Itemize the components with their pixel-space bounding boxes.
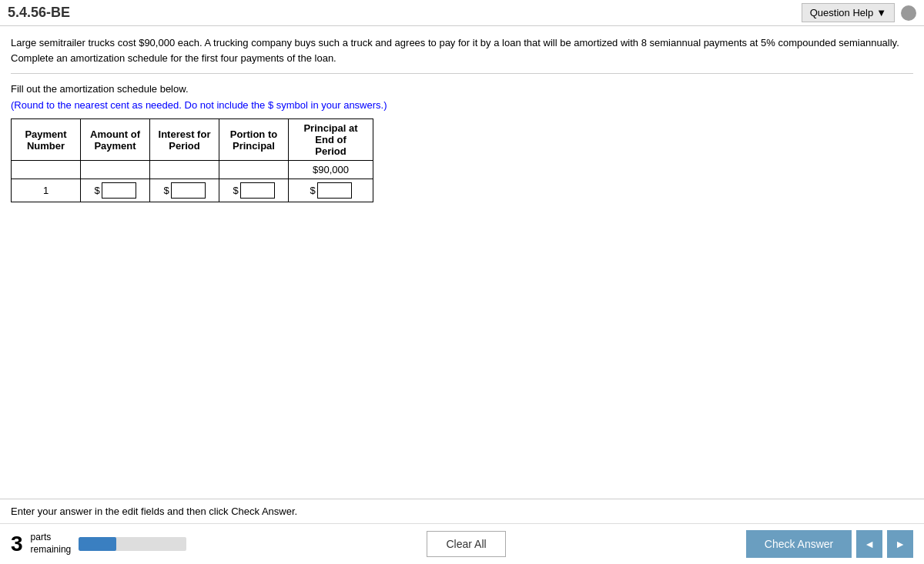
- round-note: (Round to the nearest cent as needed. Do…: [11, 99, 913, 111]
- col-header-payment-number: PaymentNumber: [12, 119, 81, 161]
- row1-amount-cell: $: [81, 179, 150, 202]
- row1-principal-dollar: $: [310, 185, 315, 196]
- question-help-label: Question Help: [810, 7, 873, 18]
- row1-amount-input[interactable]: [102, 182, 136, 199]
- nav-next-button[interactable]: ►: [887, 530, 913, 558]
- top-bar: 5.4.56-BE Question Help ▼: [0, 0, 924, 26]
- row1-principal-input-group: $: [295, 182, 367, 199]
- gear-icon[interactable]: [901, 5, 916, 21]
- row1-portion-input[interactable]: [240, 182, 275, 199]
- progress-bar-container: [79, 537, 186, 551]
- initial-payment-num: [12, 161, 81, 179]
- parts-info: 3 parts remaining: [11, 532, 186, 556]
- parts-number: 3: [11, 533, 23, 555]
- parts-label-line2: remaining: [31, 544, 72, 556]
- col-header-amount-of-payment: Amount ofPayment: [81, 119, 150, 161]
- initial-amount: [81, 161, 150, 179]
- row1-amount-dollar: $: [94, 185, 99, 196]
- footer-center: Clear All: [427, 531, 505, 557]
- status-text: Enter your answer in the edit fields and…: [11, 506, 297, 517]
- row1-portion-dollar: $: [233, 185, 238, 196]
- row1-interest-input-group: $: [156, 182, 213, 199]
- row1-portion-input-group: $: [226, 182, 282, 199]
- table-row: 1 $ $ $: [12, 179, 373, 202]
- row1-interest-dollar: $: [163, 185, 169, 196]
- status-bar: Enter your answer in the edit fields and…: [0, 499, 924, 523]
- col-header-portion-to-principal: Portion toPrincipal: [219, 119, 289, 161]
- table-header-row: PaymentNumber Amount ofPayment Interest …: [12, 119, 373, 161]
- problem-text: Large semitrailer trucks cost $90,000 ea…: [11, 35, 913, 74]
- row1-portion-cell: $: [219, 179, 289, 202]
- progress-bar-fill: [79, 537, 116, 551]
- initial-principal-value: $90,000: [289, 161, 373, 179]
- top-right-controls: Question Help ▼: [802, 3, 916, 22]
- row1-payment-number: 1: [12, 179, 81, 202]
- main-content: Large semitrailer trucks cost $90,000 ea…: [0, 26, 924, 499]
- question-help-button[interactable]: Question Help ▼: [802, 3, 895, 22]
- initial-principal-row: $90,000: [12, 161, 373, 179]
- problem-id: 5.4.56-BE: [8, 5, 70, 21]
- row1-interest-cell: $: [150, 179, 219, 202]
- col-header-interest-for-period: Interest forPeriod: [150, 119, 219, 161]
- row1-amount-input-group: $: [87, 182, 143, 199]
- check-answer-button[interactable]: Check Answer: [746, 530, 852, 558]
- parts-label-line1: parts: [31, 532, 72, 544]
- amortization-table: PaymentNumber Amount ofPayment Interest …: [11, 118, 373, 202]
- row1-principal-cell: $: [289, 179, 373, 202]
- nav-prev-button[interactable]: ◄: [856, 530, 882, 558]
- row1-interest-input[interactable]: [171, 182, 206, 199]
- footer: 3 parts remaining Clear All Check Answer…: [0, 523, 924, 564]
- initial-interest: [150, 161, 219, 179]
- clear-all-button[interactable]: Clear All: [427, 531, 505, 557]
- row1-principal-input[interactable]: [317, 182, 352, 199]
- footer-right: Check Answer ◄ ►: [746, 530, 913, 558]
- col-header-principal-at-end: Principal atEnd ofPeriod: [289, 119, 373, 161]
- parts-label: parts remaining: [31, 532, 72, 556]
- instruction-text: Fill out the amortization schedule below…: [11, 83, 913, 95]
- dropdown-icon: ▼: [876, 7, 886, 18]
- initial-portion: [219, 161, 289, 179]
